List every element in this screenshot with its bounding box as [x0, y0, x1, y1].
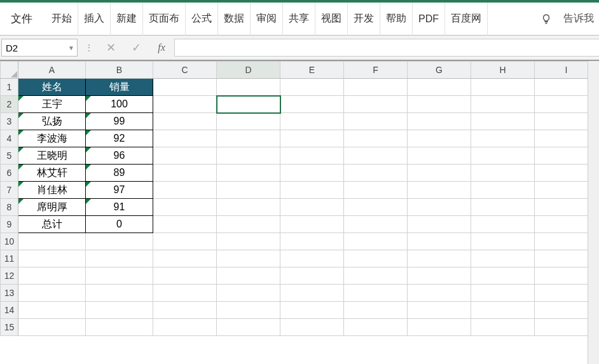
- cell[interactable]: [471, 165, 535, 182]
- cell[interactable]: [471, 216, 535, 233]
- vertical-scrollbar[interactable]: [588, 61, 599, 364]
- cell[interactable]: [217, 147, 280, 165]
- cell[interactable]: [344, 182, 408, 199]
- cell[interactable]: [86, 233, 153, 250]
- col-head-E[interactable]: E: [280, 62, 344, 79]
- col-head-B[interactable]: B: [86, 62, 153, 79]
- chevron-down-icon[interactable]: ▼: [68, 44, 74, 51]
- cell[interactable]: [471, 130, 535, 147]
- cell[interactable]: 100: [86, 96, 153, 113]
- cell[interactable]: [217, 130, 280, 147]
- lightbulb-icon[interactable]: [540, 13, 552, 25]
- fx-button[interactable]: fx: [149, 36, 174, 60]
- cell[interactable]: [280, 113, 344, 130]
- cell[interactable]: 89: [86, 165, 153, 182]
- cell[interactable]: [153, 285, 217, 302]
- cell[interactable]: 肖佳林: [18, 182, 86, 199]
- cell[interactable]: [280, 302, 344, 319]
- cell[interactable]: [471, 250, 535, 267]
- cell[interactable]: [344, 147, 408, 165]
- cancel-button[interactable]: ✕: [98, 36, 123, 60]
- cell[interactable]: [153, 147, 217, 165]
- cell[interactable]: [18, 285, 86, 302]
- cell[interactable]: [280, 250, 344, 267]
- tab-home[interactable]: 开始: [46, 3, 78, 36]
- row-head-10[interactable]: 10: [1, 233, 18, 250]
- cell[interactable]: 席明厚: [18, 199, 86, 216]
- cell[interactable]: [18, 319, 86, 336]
- tab-insert[interactable]: 插入: [78, 3, 111, 36]
- col-head-A[interactable]: A: [18, 62, 86, 79]
- cell[interactable]: [153, 130, 217, 147]
- cell[interactable]: [408, 79, 471, 96]
- row-head-1[interactable]: 1: [1, 79, 18, 96]
- cell[interactable]: [471, 233, 535, 250]
- cell[interactable]: [86, 302, 153, 319]
- cell[interactable]: [217, 79, 280, 96]
- formula-input[interactable]: [174, 39, 599, 57]
- cell[interactable]: [408, 182, 471, 199]
- cell[interactable]: [471, 267, 535, 285]
- cell[interactable]: [18, 267, 86, 285]
- tab-baidu[interactable]: 百度网: [445, 3, 488, 36]
- cell[interactable]: [153, 79, 217, 96]
- select-all-corner[interactable]: [1, 62, 18, 79]
- cell[interactable]: [153, 113, 217, 130]
- row-head-11[interactable]: 11: [1, 250, 18, 267]
- cell[interactable]: [408, 165, 471, 182]
- cell[interactable]: [217, 199, 280, 216]
- cell[interactable]: [408, 130, 471, 147]
- cell[interactable]: [18, 233, 86, 250]
- cell[interactable]: [280, 267, 344, 285]
- cell[interactable]: [344, 233, 408, 250]
- cell[interactable]: [471, 182, 535, 199]
- col-head-F[interactable]: F: [344, 62, 408, 79]
- col-head-G[interactable]: G: [408, 62, 471, 79]
- cell[interactable]: [471, 285, 535, 302]
- cell[interactable]: [153, 233, 217, 250]
- col-head-C[interactable]: C: [153, 62, 217, 79]
- cell[interactable]: 王晓明: [18, 147, 86, 165]
- cell[interactable]: [153, 165, 217, 182]
- cell[interactable]: [408, 319, 471, 336]
- cell[interactable]: [217, 285, 280, 302]
- cell[interactable]: [471, 302, 535, 319]
- cell[interactable]: [217, 113, 280, 130]
- selected-cell[interactable]: [217, 96, 280, 113]
- cell[interactable]: [86, 267, 153, 285]
- cell[interactable]: [280, 199, 344, 216]
- col-head-D[interactable]: D: [217, 62, 280, 79]
- row-head-3[interactable]: 3: [1, 113, 18, 130]
- cell[interactable]: 林艾轩: [18, 165, 86, 182]
- cell[interactable]: [344, 130, 408, 147]
- cell[interactable]: [153, 319, 217, 336]
- cell[interactable]: [217, 250, 280, 267]
- row-head-8[interactable]: 8: [1, 199, 18, 216]
- tab-developer[interactable]: 开发: [348, 3, 380, 36]
- cell[interactable]: [280, 165, 344, 182]
- cell[interactable]: [344, 319, 408, 336]
- cell[interactable]: [153, 267, 217, 285]
- cell[interactable]: 91: [86, 199, 153, 216]
- cell[interactable]: [280, 79, 344, 96]
- cell[interactable]: [344, 302, 408, 319]
- tell-me-label[interactable]: 告诉我: [563, 12, 594, 25]
- cell[interactable]: 姓名: [18, 79, 86, 96]
- cell[interactable]: [408, 147, 471, 165]
- cell[interactable]: [280, 130, 344, 147]
- cell[interactable]: [471, 96, 535, 113]
- cell[interactable]: [408, 233, 471, 250]
- cell[interactable]: [217, 216, 280, 233]
- cell[interactable]: [471, 319, 535, 336]
- tab-new[interactable]: 新建: [111, 3, 143, 36]
- cell[interactable]: [408, 302, 471, 319]
- cell[interactable]: [280, 319, 344, 336]
- cell[interactable]: [86, 285, 153, 302]
- cell[interactable]: [153, 250, 217, 267]
- cell[interactable]: [153, 216, 217, 233]
- cell[interactable]: [217, 267, 280, 285]
- cell[interactable]: 王宇: [18, 96, 86, 113]
- row-head-4[interactable]: 4: [1, 130, 18, 147]
- cell[interactable]: [344, 267, 408, 285]
- tab-review[interactable]: 审阅: [251, 3, 283, 36]
